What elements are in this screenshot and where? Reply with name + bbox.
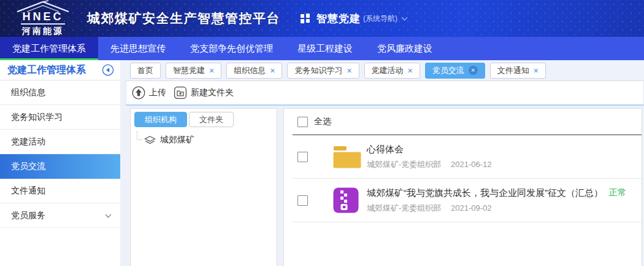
tab-folders[interactable]: 文件夹	[189, 112, 234, 127]
row-checkbox[interactable]	[297, 152, 308, 162]
file-title[interactable]: 心得体会	[367, 144, 404, 155]
sidebar-item-member-exchange[interactable]: 党员交流	[0, 154, 120, 179]
tab-party-knowledge[interactable]: 党务知识学习 ×	[287, 63, 359, 79]
tab-smart-party[interactable]: 智慧党建 ×	[166, 63, 221, 79]
close-icon[interactable]: ×	[270, 66, 275, 75]
file-meta: 城郊煤矿-党委组织部 2021-09-02	[367, 203, 626, 214]
tab-org-structure[interactable]: 组织机构	[134, 112, 187, 127]
org-tree-panel: 组织机构 文件夹 城郊煤矿	[130, 108, 277, 266]
zip-icon	[333, 187, 359, 213]
select-all-row: 全选	[284, 109, 642, 135]
close-icon[interactable]: ×	[534, 66, 539, 75]
nav-item-advanced-thought[interactable]: 先进思想宣传	[98, 37, 178, 60]
system-nav-switcher[interactable]: 智慧党建 (系统导航)	[300, 12, 407, 26]
new-folder-button[interactable]: 新建文件夹	[174, 86, 234, 100]
close-icon[interactable]: ×	[408, 66, 413, 75]
file-date: 2021-06-12	[451, 160, 492, 169]
sidebar-item-party-knowledge[interactable]: 党务知识学习	[0, 105, 120, 130]
sidebar-item-file-notice[interactable]: 文件通知	[0, 179, 120, 203]
switcher-suffix: (系统导航)	[363, 14, 397, 24]
sidebar-header: 党建工作管理体系	[0, 60, 120, 80]
close-icon[interactable]: ×	[347, 66, 351, 75]
tab-label: 首页	[137, 65, 153, 76]
logo-acronym: HNEC	[21, 11, 64, 25]
tab-label: 智慧党建	[173, 65, 205, 76]
tab-party-activities[interactable]: 党建活动 ×	[364, 63, 420, 79]
upload-label: 上传	[149, 87, 166, 98]
tree-node-root[interactable]: 城郊煤矿	[137, 135, 273, 146]
file-source: 城郊煤矿-党委组织部	[367, 203, 441, 213]
tab-org-info[interactable]: 组织信息 ×	[226, 63, 282, 79]
select-all-checkbox[interactable]	[297, 117, 308, 127]
grid-icon	[300, 13, 311, 24]
row-checkbox[interactable]	[297, 195, 308, 206]
collapse-left-icon	[102, 64, 114, 76]
tree-panel-tabs: 组织机构 文件夹	[134, 112, 273, 127]
hnec-logo: HNEC 河南能源	[9, 0, 77, 37]
tab-label: 党务知识学习	[294, 65, 342, 76]
logo-name: 河南能源	[22, 26, 64, 37]
nav-item-star-project[interactable]: 星级工程建设	[285, 37, 365, 60]
upload-button[interactable]: 上传	[132, 86, 166, 100]
status-badge: 正常	[609, 187, 626, 198]
main-panel: 首页 智慧党建 × 组织信息 × 党务知识学习 × 党建活动 ×	[126, 60, 644, 266]
app-header: HNEC 河南能源 城郊煤矿安全生产智慧管控平台 智慧党建 (系统导航)	[0, 0, 644, 37]
nav-item-clean-governance[interactable]: 党风廉政建设	[365, 37, 445, 60]
page-title: 城郊煤矿安全生产智慧管控平台	[87, 10, 280, 27]
file-row-zip[interactable]: 城郊煤矿“我与党旗共成长，我与企业同发展”征文（汇总） 正常 城郊煤矿-党委组织…	[284, 179, 642, 222]
tree-node-label: 城郊煤矿	[160, 135, 194, 146]
actions-toolbar: 上传 新建文件夹	[126, 81, 644, 106]
tree-connector	[137, 131, 142, 140]
sidebar-collapse-button[interactable]	[102, 64, 114, 76]
tab-member-exchange[interactable]: 党员交流 ×	[425, 63, 485, 79]
close-icon[interactable]: ×	[469, 66, 478, 75]
chevron-down-icon	[402, 14, 408, 20]
sidebar-title-label: 党建工作管理体系	[7, 64, 86, 77]
sidebar: 党建工作管理体系 组织信息 党务知识学习 党建活动 党员交流 文件通知 党员服务	[0, 60, 120, 266]
file-row-folder[interactable]: 心得体会 城郊煤矿-党委组织部 2021-06-12	[284, 135, 642, 178]
tab-label: 党员交流	[432, 65, 464, 76]
tab-label: 文件通知	[497, 65, 529, 76]
sidebar-item-label: 党员服务	[11, 210, 45, 221]
chevron-down-icon	[105, 212, 112, 218]
file-meta: 城郊煤矿-党委组织部 2021-06-12	[367, 159, 491, 170]
close-icon[interactable]: ×	[209, 66, 214, 75]
file-title[interactable]: 城郊煤矿“我与党旗共成长，我与企业同发展”征文（汇总）	[367, 187, 603, 199]
divider	[293, 222, 642, 222]
sidebar-item-org-info[interactable]: 组织信息	[0, 80, 120, 105]
tab-home[interactable]: 首页	[130, 63, 161, 79]
open-tabs-bar: 首页 智慧党建 × 组织信息 × 党务知识学习 × 党建活动 ×	[126, 60, 644, 81]
content-area: 党建工作管理体系 组织信息 党务知识学习 党建活动 党员交流 文件通知 党员服务	[0, 60, 644, 266]
sidebar-item-party-activities[interactable]: 党建活动	[0, 130, 120, 154]
file-list-panel: 全选 心得体会	[283, 108, 642, 266]
nav-item-branch-excellence[interactable]: 党支部争先创优管理	[178, 37, 285, 60]
tab-file-notice[interactable]: 文件通知 ×	[490, 63, 546, 79]
new-folder-label: 新建文件夹	[191, 87, 234, 98]
folder-icon	[333, 146, 361, 168]
new-folder-icon	[174, 86, 187, 100]
tab-label: 党建活动	[372, 65, 404, 76]
switcher-label: 智慧党建	[316, 12, 361, 26]
tab-label: 组织信息	[234, 65, 266, 76]
sidebar-item-member-services[interactable]: 党员服务	[0, 203, 120, 228]
layers-icon	[144, 136, 156, 145]
file-date: 2021-09-02	[451, 203, 492, 213]
app-window: HNEC 河南能源 城郊煤矿安全生产智慧管控平台 智慧党建 (系统导航) 党建工…	[0, 0, 644, 266]
workspace: 组织机构 文件夹 城郊煤矿	[126, 106, 644, 266]
upload-icon	[132, 86, 145, 100]
nav-item-party-building-management[interactable]: 党建工作管理体系	[0, 37, 98, 60]
select-all-label: 全选	[314, 116, 331, 127]
file-source: 城郊煤矿-党委组织部	[367, 160, 441, 169]
top-nav: 党建工作管理体系 先进思想宣传 党支部争先创优管理 星级工程建设 党风廉政建设	[0, 37, 644, 60]
